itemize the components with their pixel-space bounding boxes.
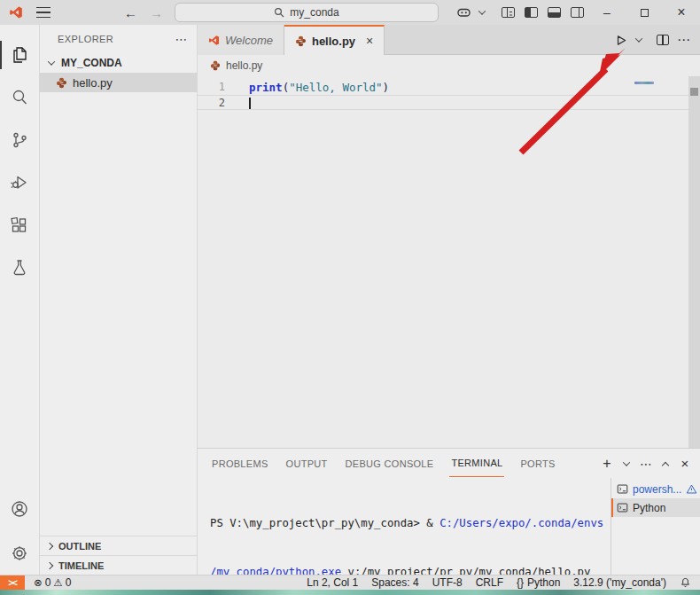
line-number: 2 bbox=[198, 96, 239, 109]
customize-layout-icon[interactable] bbox=[496, 0, 519, 25]
activity-source-control-icon[interactable] bbox=[0, 119, 40, 161]
back-arrow-icon[interactable]: ← bbox=[124, 5, 137, 20]
close-panel-icon[interactable]: × bbox=[679, 456, 691, 471]
toggle-primary-sidebar-icon[interactable] bbox=[519, 0, 542, 25]
tab-hello-py-label: hello.py bbox=[312, 35, 355, 48]
code-editor[interactable]: 1 print("Hello, World") 2 bbox=[198, 76, 700, 448]
forward-arrow-icon[interactable]: → bbox=[150, 5, 163, 20]
notifications-bell-icon[interactable] bbox=[680, 577, 691, 589]
file-name: hello.py bbox=[73, 76, 113, 90]
explorer-more-actions-icon[interactable]: ⋯ bbox=[175, 32, 188, 46]
maximize-panel-chevron-icon[interactable] bbox=[659, 459, 672, 468]
timeline-section-header[interactable]: TIMELINE bbox=[40, 555, 197, 575]
warning-triangle-icon bbox=[686, 483, 697, 495]
accounts-icon[interactable] bbox=[0, 489, 40, 532]
split-editor-icon[interactable] bbox=[654, 29, 672, 51]
menu-hamburger-icon[interactable] bbox=[36, 7, 51, 18]
outline-label: OUTLINE bbox=[58, 541, 101, 552]
editor-more-actions-icon[interactable]: ⋯ bbox=[675, 29, 693, 51]
terminal-item-python[interactable]: Python bbox=[611, 498, 700, 517]
search-icon bbox=[274, 7, 284, 18]
errors-count: 0 bbox=[45, 576, 51, 589]
warnings-count: 0 bbox=[66, 576, 72, 589]
code-token-print: print bbox=[249, 81, 283, 94]
code-line-2: 2 bbox=[198, 95, 700, 110]
python-file-icon bbox=[56, 77, 67, 89]
terminal-item-powershell[interactable]: powersh... bbox=[611, 480, 700, 498]
scrollbar-thumb[interactable] bbox=[690, 88, 698, 96]
encoding-status[interactable]: UTF-8 bbox=[432, 576, 463, 589]
activity-explorer-icon[interactable] bbox=[0, 34, 40, 76]
problems-status[interactable]: ⊗ 0 ⚠ 0 bbox=[34, 576, 71, 589]
code-token-string: "Hello, World" bbox=[289, 81, 382, 94]
panel-tab-bar: PROBLEMS OUTPUT DEBUG CONSOLE TERMINAL P… bbox=[198, 449, 700, 478]
panel-tab-terminal[interactable]: TERMINAL bbox=[449, 450, 504, 477]
activity-run-debug-icon[interactable] bbox=[0, 161, 40, 204]
title-bar: ← → my_conda – × bbox=[0, 0, 700, 25]
search-value: my_conda bbox=[290, 6, 338, 19]
terminal-icon bbox=[617, 483, 628, 495]
terminal-launch-chevron-icon[interactable] bbox=[620, 461, 633, 466]
terminal-line: PS V:\my_project\pr_py\my_conda> & C:/Us… bbox=[210, 515, 611, 531]
command-center-search[interactable]: my_conda bbox=[175, 3, 439, 22]
warnings-icon: ⚠ bbox=[53, 576, 62, 589]
terminal-instances-list: powersh... Python bbox=[611, 478, 700, 575]
chevron-right-icon bbox=[46, 561, 53, 568]
vscode-logo-icon bbox=[8, 4, 24, 20]
python-file-icon bbox=[210, 60, 221, 71]
tab-hello-py[interactable]: hello.py × bbox=[284, 25, 385, 55]
activity-extensions-icon[interactable] bbox=[0, 204, 40, 247]
toggle-secondary-sidebar-icon[interactable] bbox=[565, 0, 588, 25]
chevron-down-icon bbox=[48, 58, 55, 65]
explorer-sidebar: EXPLORER ⋯ MY_CONDA hello.py OUTLINE TIM… bbox=[40, 25, 198, 575]
maximize-button[interactable] bbox=[626, 0, 663, 25]
language-mode-status[interactable]: {}Python bbox=[517, 576, 560, 589]
remote-indicator[interactable]: >< bbox=[0, 575, 25, 590]
breadcrumb-file: hello.py bbox=[226, 59, 262, 72]
code-line-1: 1 print("Hello, World") bbox=[198, 80, 700, 95]
editor-group: Welcome hello.py × ⋯ hello.py bbox=[198, 25, 700, 575]
file-row-hello-py[interactable]: hello.py bbox=[40, 73, 197, 92]
chevron-right-icon bbox=[46, 542, 53, 549]
editor-tab-bar: Welcome hello.py × ⋯ bbox=[198, 25, 700, 55]
settings-gear-icon[interactable] bbox=[0, 532, 40, 575]
outline-section-header[interactable]: OUTLINE bbox=[40, 536, 197, 555]
panel-more-actions-icon[interactable]: ⋯ bbox=[640, 457, 652, 471]
python-interpreter-status[interactable]: 3.12.9 ('my_conda') bbox=[573, 576, 666, 589]
copilot-chevron-icon[interactable] bbox=[475, 0, 489, 25]
folder-row-my-conda[interactable]: MY_CONDA bbox=[40, 53, 197, 73]
minimap bbox=[634, 82, 654, 84]
eol-status[interactable]: CRLF bbox=[476, 576, 503, 589]
panel-tab-debug-console[interactable]: DEBUG CONSOLE bbox=[344, 450, 436, 477]
status-bar: >< ⊗ 0 ⚠ 0 Ln 2, Col 1 Spaces: 4 UTF-8 C… bbox=[0, 575, 700, 590]
timeline-label: TIMELINE bbox=[58, 560, 104, 571]
errors-icon: ⊗ bbox=[34, 576, 43, 589]
new-terminal-icon[interactable]: + bbox=[601, 456, 613, 472]
tab-close-icon[interactable]: × bbox=[366, 34, 373, 48]
copilot-icon[interactable] bbox=[452, 0, 475, 25]
activity-bar bbox=[0, 25, 40, 575]
cursor-position-status[interactable]: Ln 2, Col 1 bbox=[307, 576, 358, 589]
desktop-background-strip bbox=[0, 590, 700, 595]
folder-name: MY_CONDA bbox=[61, 57, 122, 69]
tab-welcome[interactable]: Welcome bbox=[198, 25, 284, 55]
panel-tab-problems[interactable]: PROBLEMS bbox=[210, 450, 270, 477]
panel-tab-ports[interactable]: PORTS bbox=[518, 450, 556, 477]
breadcrumb[interactable]: hello.py bbox=[198, 55, 700, 76]
sidebar-title: EXPLORER bbox=[58, 34, 113, 44]
minimize-button[interactable]: – bbox=[588, 0, 626, 25]
run-dropdown-chevron-icon[interactable] bbox=[633, 29, 645, 51]
terminal-output[interactable]: PS V:\my_project\pr_py\my_conda> & C:/Us… bbox=[198, 478, 611, 575]
line-number: 1 bbox=[198, 80, 239, 95]
indentation-status[interactable]: Spaces: 4 bbox=[371, 576, 418, 589]
run-python-file-button[interactable] bbox=[611, 29, 629, 51]
terminal-icon bbox=[617, 502, 628, 513]
braces-icon: {} bbox=[517, 576, 524, 589]
activity-search-icon[interactable] bbox=[0, 76, 40, 119]
panel-tab-output[interactable]: OUTPUT bbox=[284, 450, 330, 477]
activity-testing-icon[interactable] bbox=[0, 247, 40, 289]
close-window-button[interactable]: × bbox=[663, 0, 700, 25]
editor-scrollbar[interactable] bbox=[688, 76, 700, 448]
terminal-item-label: powersh... bbox=[633, 483, 681, 496]
toggle-panel-icon[interactable] bbox=[542, 0, 565, 25]
